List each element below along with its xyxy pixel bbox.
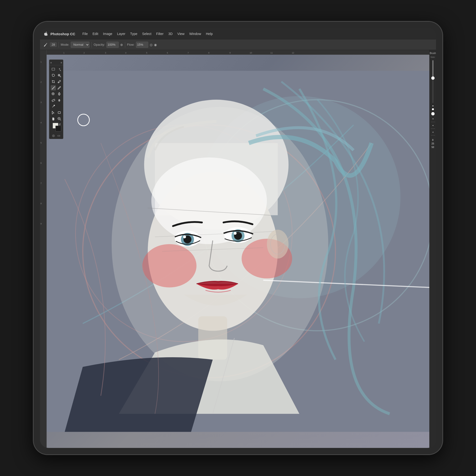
ruler-tick-2: 2: [84, 52, 85, 54]
brush-panel-size-label: Size:: [430, 56, 435, 58]
mode-select[interactable]: Normal Multiply Screen Overlay: [71, 42, 89, 48]
menu-window[interactable]: Window: [187, 31, 204, 37]
vruler-tick-5: 5: [40, 142, 42, 144]
path-select-tool[interactable]: [51, 110, 56, 115]
tools-panel-header: × ≡: [49, 61, 63, 65]
panel-icon-3[interactable]: ◂: [432, 124, 433, 127]
brush-panel: Brush Size: ◂ ◂: [429, 50, 436, 448]
magic-wand-tool[interactable]: [57, 67, 62, 72]
brush-size-display: 28: [50, 42, 57, 47]
menu-select[interactable]: Select: [140, 31, 154, 37]
vruler-tick-6: 6: [40, 162, 42, 164]
color-area: ⇄: [51, 123, 62, 132]
ruler-tick-12: 12: [292, 52, 294, 54]
shape-tool[interactable]: [57, 110, 62, 115]
clone-stamp-tool[interactable]: [51, 91, 56, 97]
flow-icon2: ◉: [154, 43, 157, 47]
menu-layer[interactable]: Layer: [115, 31, 128, 37]
vruler-tick-2: 2: [40, 81, 42, 83]
zoom-tool[interactable]: [57, 116, 62, 121]
menu-bar: Photoshop CC File Edit Image Layer Type …: [40, 28, 436, 39]
pencil-tool[interactable]: [57, 85, 62, 90]
brush-dot-medium: [432, 108, 434, 110]
svg-point-30: [58, 82, 59, 83]
svg-rect-32: [52, 99, 55, 102]
opacity-input[interactable]: [106, 42, 119, 48]
brush-size-slider[interactable]: [432, 60, 433, 103]
tool-row-1: [49, 66, 63, 72]
vruler-tick-1: 1: [40, 61, 42, 63]
tool-row-8: [49, 109, 63, 116]
tool-row-3: [49, 79, 63, 85]
screen-mode-icon[interactable]: ▭: [57, 134, 60, 137]
tool-row-9: [49, 116, 63, 122]
artwork: [47, 55, 429, 448]
ruler-tick-10: 10: [250, 52, 252, 54]
panel-icon-1[interactable]: ◂: [432, 117, 433, 120]
close-button[interactable]: ×: [50, 61, 52, 65]
background-color[interactable]: [55, 126, 61, 131]
lasso-tool[interactable]: [51, 73, 56, 78]
svg-line-28: [60, 70, 61, 71]
blur-tool[interactable]: [57, 98, 62, 103]
ruler-tick-4: 4: [125, 52, 126, 54]
healing-brush-tool[interactable]: [57, 91, 62, 97]
marquee-tool[interactable]: [51, 67, 56, 72]
brush-size-25: 25: [431, 142, 434, 145]
brush-size-50: 50: [431, 146, 434, 149]
ruler-tick-11: 11: [270, 52, 273, 54]
svg-point-13: [183, 235, 186, 238]
panel-icon-6: [431, 135, 435, 136]
menu-image[interactable]: Image: [101, 31, 115, 37]
apple-logo: [43, 31, 49, 37]
eyedropper-tool[interactable]: [57, 79, 62, 84]
svg-rect-27: [52, 68, 55, 70]
svg-point-18: [142, 244, 197, 288]
panel-icon-2: [431, 122, 435, 122]
text-tool[interactable]: [57, 104, 62, 109]
slider-track: [432, 60, 433, 77]
quick-mask-icon[interactable]: ◎: [52, 134, 55, 137]
hand-tool[interactable]: [51, 116, 56, 121]
panel-icon-5[interactable]: ◂: [432, 131, 433, 133]
menu-view[interactable]: View: [175, 31, 187, 37]
brush-cursor: [77, 114, 90, 126]
panel-collapse[interactable]: ≡: [61, 61, 62, 65]
ruler-horizontal: 1 2 3 4 5 6 7 8 9 10 11 12: [47, 50, 429, 55]
menu-file[interactable]: File: [80, 31, 90, 37]
menu-filter[interactable]: Filter: [154, 31, 166, 37]
brush-size-8: 8: [432, 139, 434, 141]
ruler-vertical: 1 2 3 4 5 6 7 8 9: [40, 50, 47, 448]
ipad-screen: Photoshop CC File Edit Image Layer Type …: [40, 28, 436, 448]
app-name: Photoshop CC: [51, 32, 75, 36]
slider-handle[interactable]: [431, 76, 435, 80]
menu-edit[interactable]: Edit: [90, 31, 101, 37]
crop-tool[interactable]: [51, 79, 56, 84]
quick-select-tool[interactable]: [57, 73, 62, 78]
switch-colors-icon[interactable]: ⇄: [59, 123, 61, 126]
brush-tool-icon[interactable]: [42, 42, 49, 47]
menu-type[interactable]: Type: [128, 31, 140, 37]
ruler-tick-6: 6: [167, 52, 168, 54]
ruler-tick-7: 7: [187, 52, 189, 54]
canvas-area[interactable]: [47, 55, 429, 448]
portrait-svg: [47, 55, 429, 448]
pen-tool[interactable]: [51, 104, 56, 109]
brush-tool[interactable]: [51, 85, 56, 90]
vruler-tick-9: 9: [40, 222, 42, 225]
vruler-tick-3: 3: [40, 101, 42, 103]
tool-row-7: [49, 103, 63, 109]
eraser-tool[interactable]: [51, 98, 56, 103]
ruler-tick-3: 3: [105, 52, 106, 54]
flow-icon1: ◎: [150, 43, 153, 47]
vruler-tick-8: 8: [40, 202, 42, 205]
panel-icon-4: [431, 129, 435, 129]
mode-label: Mode:: [61, 43, 69, 46]
menu-3d[interactable]: 3D: [166, 31, 175, 37]
flow-label: Flow:: [127, 43, 135, 46]
toolbar-divider-1: [59, 42, 59, 48]
menu-help[interactable]: Help: [204, 31, 215, 37]
ruler-tick-1: 1: [63, 52, 65, 54]
ruler-tick-5: 5: [146, 52, 147, 54]
flow-input[interactable]: [136, 42, 148, 48]
